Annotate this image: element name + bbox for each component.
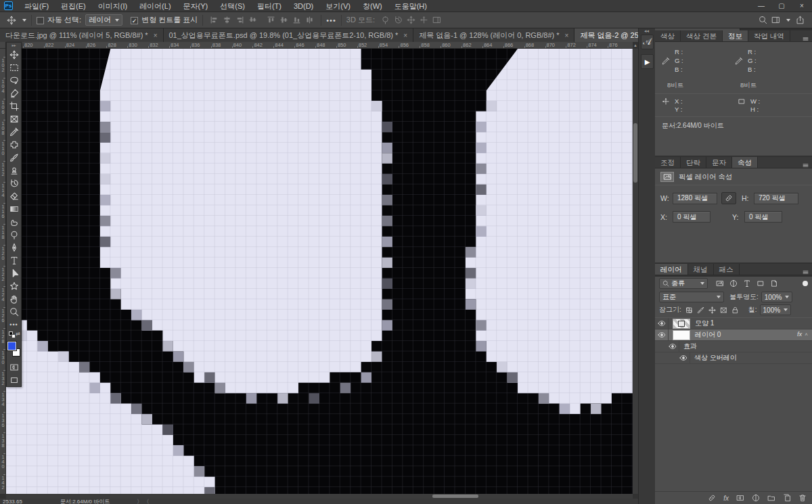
menu-item-1[interactable]: 편집(E) xyxy=(55,0,92,12)
crop-tool[interactable] xyxy=(7,99,21,112)
zoom-tool[interactable] xyxy=(7,305,21,318)
add-mask-icon[interactable] xyxy=(736,494,744,502)
close-tab-icon[interactable]: × xyxy=(403,32,407,39)
properties-tab-2[interactable]: 문자 xyxy=(706,157,732,168)
new-group-icon[interactable] xyxy=(767,494,775,502)
visibility-eye-icon[interactable] xyxy=(655,329,669,341)
menu-item-10[interactable]: 도움말(H) xyxy=(388,0,433,12)
fill-dropdown[interactable]: 100% xyxy=(760,304,791,315)
status-arrow-button[interactable]: 〉 〈 xyxy=(137,498,149,504)
layer-row-3[interactable]: 색상 오버레이 xyxy=(655,352,812,364)
filter-toggle-button[interactable] xyxy=(803,281,808,286)
delete-layer-icon[interactable] xyxy=(798,494,807,502)
menu-item-6[interactable]: 필터(T) xyxy=(251,0,288,12)
layer-name[interactable]: 효과 xyxy=(683,342,697,351)
custom-shape-tool[interactable] xyxy=(7,279,21,292)
workspace-caret-icon[interactable] xyxy=(786,19,790,22)
type-tool[interactable] xyxy=(7,254,21,267)
distribute-h-icon[interactable] xyxy=(248,16,257,24)
align-top-icon[interactable] xyxy=(267,16,275,24)
transform-controls-checkbox[interactable]: ✓ xyxy=(131,17,138,24)
tool-preset-caret-icon[interactable] xyxy=(22,19,26,22)
bit-depth-label[interactable]: 8비트 xyxy=(667,81,683,90)
layers-tab-1[interactable]: 채널 xyxy=(688,264,714,275)
menu-item-7[interactable]: 3D(D) xyxy=(288,0,319,12)
search-icon[interactable] xyxy=(759,16,767,24)
move-tool[interactable] xyxy=(7,48,21,61)
eraser-tool[interactable] xyxy=(7,189,21,202)
close-tab-icon[interactable]: × xyxy=(565,32,569,39)
info-tab-0[interactable]: 색상 xyxy=(655,30,681,41)
close-button[interactable]: × xyxy=(792,0,812,12)
info-tab-2[interactable]: 정보 xyxy=(723,30,748,41)
lasso-tool[interactable] xyxy=(7,74,21,87)
maximize-button[interactable]: ▢ xyxy=(771,0,792,12)
spot-healing-brush-tool[interactable] xyxy=(7,138,21,151)
clone-stamp-tool[interactable] xyxy=(7,164,21,177)
align-center-h-icon[interactable] xyxy=(223,16,231,24)
info-tab-3[interactable]: 작업 내역 xyxy=(748,30,790,41)
auto-select-checkbox[interactable] xyxy=(37,17,44,24)
document-tab-1[interactable]: 01_상업용무료폰트.psd @ 19.8% (01_상업용무료폰트2-10, … xyxy=(164,28,414,42)
minimize-button[interactable]: — xyxy=(751,0,771,12)
3d-camera-icon[interactable] xyxy=(432,16,441,24)
gradient-tool[interactable] xyxy=(7,202,21,215)
lock-artboard-icon[interactable] xyxy=(720,306,727,314)
workspace-switcher-icon[interactable] xyxy=(771,16,780,24)
layer-name[interactable]: 레이어 0 xyxy=(695,330,721,340)
scroll-up-icon[interactable]: ▲ xyxy=(633,43,638,47)
layer-row-1[interactable]: 레이어 0fx˄ xyxy=(655,329,812,341)
document-tab-0[interactable]: 다운로드.jpg @ 111% (레이어 5, RGB/8#) *× xyxy=(0,28,164,42)
more-options-button[interactable]: ••• xyxy=(326,16,336,24)
lock-position-icon[interactable] xyxy=(708,306,716,314)
path-selection-tool[interactable] xyxy=(7,267,21,279)
3d-roll-icon[interactable] xyxy=(394,16,403,24)
eyedropper-tool[interactable] xyxy=(7,125,21,138)
layer-row-0[interactable]: 모양 1 xyxy=(655,318,812,329)
type-panel-icon[interactable]: 𝒜 xyxy=(641,35,654,49)
layer-fx-icon[interactable]: fx xyxy=(723,495,729,502)
link-dimensions-icon[interactable] xyxy=(721,192,736,204)
brush-tool[interactable] xyxy=(7,151,21,164)
frame-tool[interactable] xyxy=(7,112,21,125)
lock-transparency-icon[interactable] xyxy=(685,306,693,314)
menu-item-2[interactable]: 이미지(I) xyxy=(92,0,133,12)
edit-toolbar-button[interactable]: ••• xyxy=(7,318,21,331)
zoom-level-field[interactable]: 2533.65 xyxy=(3,499,22,504)
rectangular-marquee-tool[interactable] xyxy=(7,61,21,74)
lock-all-icon[interactable] xyxy=(731,306,739,314)
visibility-eye-icon[interactable] xyxy=(677,352,690,364)
filter-smartobject-icon[interactable] xyxy=(770,279,778,288)
link-layers-icon[interactable] xyxy=(708,494,716,502)
visibility-eye-icon[interactable] xyxy=(666,341,679,352)
document-tab-2[interactable]: 제목 없음-1 @ 128% (레이어 0, RGB/8#) *× xyxy=(413,28,574,42)
align-bottom-icon[interactable] xyxy=(292,16,301,24)
canvas[interactable] xyxy=(6,49,633,494)
hand-tool[interactable] xyxy=(7,292,21,305)
layer-name[interactable]: 색상 오버레이 xyxy=(694,353,737,363)
adjustment-layer-icon[interactable] xyxy=(752,494,760,502)
blend-mode-dropdown[interactable]: 표준 xyxy=(659,292,724,302)
panel-flyout-icon[interactable]: ▶ xyxy=(641,54,654,69)
3d-pan-icon[interactable] xyxy=(407,16,415,24)
height-field[interactable]: 720 픽셀 xyxy=(754,193,798,204)
pen-tool[interactable] xyxy=(7,241,21,254)
horizontal-scroll-thumb[interactable] xyxy=(432,495,478,498)
bit-depth-label[interactable]: 8비트 xyxy=(740,81,757,90)
quick-mask-button[interactable] xyxy=(7,361,21,373)
layer-row-2[interactable]: 효과 xyxy=(655,341,812,352)
swap-colors-icon[interactable]: ⇄ xyxy=(16,331,20,337)
close-tab-icon[interactable]: × xyxy=(154,32,158,39)
layer-thumbnail[interactable] xyxy=(673,330,690,340)
opacity-dropdown[interactable]: 100% xyxy=(761,292,792,302)
layers-tab-2[interactable]: 패스 xyxy=(714,264,740,275)
distribute-v-icon[interactable] xyxy=(305,16,314,24)
menu-item-5[interactable]: 선택(S) xyxy=(214,0,251,12)
quick-selection-tool[interactable] xyxy=(7,87,21,99)
layers-tab-0[interactable]: 레이어 xyxy=(655,264,688,275)
share-icon[interactable] xyxy=(796,16,805,24)
filter-type-icon[interactable] xyxy=(743,279,751,288)
menu-item-8[interactable]: 보기(V) xyxy=(319,0,357,12)
toolbar-grip[interactable]: ▸▸ xyxy=(12,43,16,48)
vertical-scrollbar[interactable]: ▲ xyxy=(633,49,638,494)
